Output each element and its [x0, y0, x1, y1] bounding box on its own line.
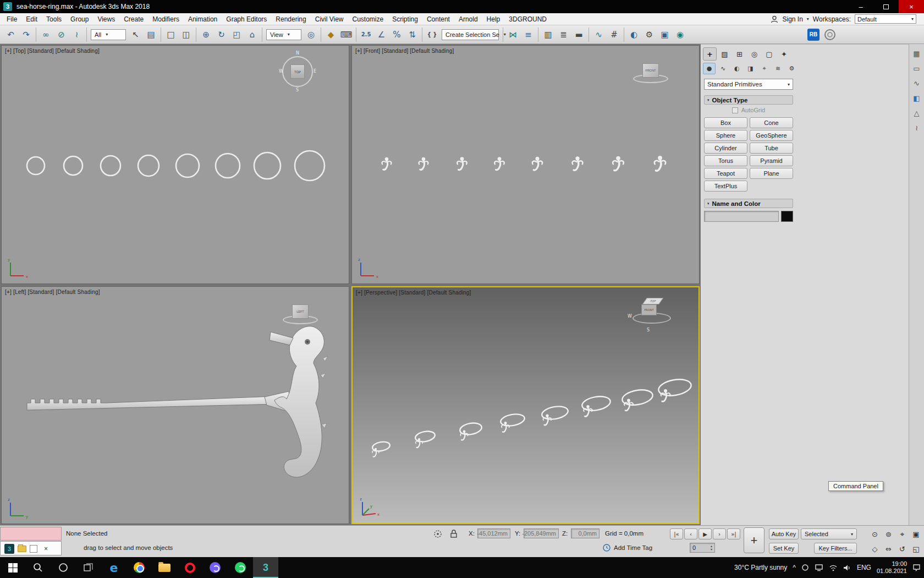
ring-object[interactable] [138, 155, 159, 176]
current-frame-field[interactable]: 0 ▴ ▾ [690, 543, 715, 553]
frame-spinner[interactable]: ▴ ▾ [711, 544, 712, 551]
viber-button[interactable] [202, 557, 228, 578]
layer-explorer-icon[interactable]: ≣ [556, 27, 571, 42]
select-and-link-icon[interactable]: ∞ [38, 27, 53, 42]
select-and-place-icon[interactable]: ⌂ [245, 27, 260, 42]
ribbon-toggle-icon[interactable]: ▬ [571, 27, 586, 42]
viewcube-compass[interactable]: N E S W TOP [278, 52, 317, 91]
seahorse-object[interactable] [382, 157, 392, 170]
reference-coordinate-dropdown[interactable]: View ▾ [266, 29, 301, 40]
ring-object[interactable] [176, 154, 199, 177]
close-button[interactable]: × [899, 0, 924, 13]
menu-tools[interactable]: Tools [42, 13, 66, 25]
mirror-icon[interactable]: ⋈ [505, 27, 520, 42]
menu-3dground[interactable]: 3DGROUND [504, 13, 551, 25]
cube-tool-icon[interactable]: ◧ [913, 94, 920, 102]
tab-motion-icon[interactable]: ◎ [747, 47, 761, 61]
menu-content[interactable]: Content [422, 13, 454, 25]
spline-tool-icon[interactable]: ∿ [914, 79, 920, 88]
cortana-button[interactable] [51, 557, 76, 578]
z-coordinate-field[interactable]: 0,0mm [571, 528, 600, 538]
schematic-view-icon[interactable]: # [607, 27, 622, 42]
named-selection-sets-icon[interactable]: { } [425, 27, 439, 42]
pan-icon[interactable]: ⇔ [882, 542, 895, 557]
seahorse-object[interactable] [654, 156, 666, 171]
teapot-button[interactable]: Teapot [704, 168, 747, 179]
rollout-name-and-color[interactable]: ▾ Name and Color [704, 199, 793, 208]
seahorse-object[interactable] [457, 157, 467, 170]
selection-filter-dropdown[interactable]: All ▾ [91, 29, 126, 40]
material-editor-icon[interactable]: ◐ [626, 27, 641, 42]
menu-arnold[interactable]: Arnold [454, 13, 482, 25]
edge-button[interactable]: e [101, 557, 127, 578]
curve-editor-icon[interactable]: ∿ [591, 27, 606, 42]
object-color-swatch[interactable] [781, 211, 793, 222]
menu-modifiers[interactable]: Modifiers [148, 13, 184, 25]
select-and-move-icon[interactable]: ⊕ [199, 27, 213, 42]
close-mini-icon[interactable]: × [44, 545, 48, 553]
plugin-ring-icon[interactable] [824, 29, 835, 40]
sign-in-link[interactable]: Sign In [782, 15, 802, 23]
spinner-down-icon[interactable]: ▾ [711, 548, 712, 551]
seahorse-object[interactable] [419, 157, 428, 170]
workspaces-select[interactable]: Default ▾ [855, 14, 916, 24]
angle-snap-icon[interactable]: ∠ [374, 27, 389, 42]
max-mini-icon[interactable]: 3 [4, 544, 14, 554]
sphere-button[interactable]: Sphere [704, 130, 747, 141]
viewcube[interactable]: FRONT [632, 59, 670, 88]
textplus-button[interactable]: TextPlus [704, 181, 747, 192]
ring-object[interactable] [621, 388, 654, 407]
volume-icon[interactable] [843, 564, 851, 571]
category-lights-icon[interactable]: ◐ [730, 63, 743, 74]
plane-button[interactable]: Plane [750, 168, 793, 179]
undo-icon[interactable]: ↶ [3, 27, 18, 42]
viewport-front[interactable]: [+] [Front] [Standard] [Default Shading]… [351, 45, 700, 284]
autogrid-checkbox[interactable] [732, 107, 738, 113]
seahorse-body[interactable] [274, 326, 324, 477]
primitive-category-dropdown[interactable]: Standard Primitives ▾ [704, 79, 793, 90]
menu-help[interactable]: Help [482, 13, 505, 25]
render-setup-icon[interactable]: ⚙ [642, 27, 657, 42]
viewcube-3d[interactable]: TOP FRONT W S [630, 294, 674, 330]
select-and-scale-icon[interactable]: ◰ [229, 27, 244, 42]
snaps-toggle-icon[interactable]: 2.5 [359, 27, 373, 42]
menu-create[interactable]: Create [119, 13, 148, 25]
grid-icon[interactable]: ▦ [913, 50, 920, 58]
redo-icon[interactable]: ↷ [19, 27, 34, 42]
viewport-left[interactable]: [+] [Left] [Standard] [Default Shading] … [1, 286, 349, 524]
keyboard-override-icon[interactable]: ⌨ [339, 27, 354, 42]
language-indicator[interactable]: ENG [857, 564, 871, 571]
select-and-rotate-icon[interactable]: ↻ [214, 27, 229, 42]
key-selection-dropdown[interactable]: Selected ▾ [801, 528, 857, 539]
sign-in-caret-icon[interactable]: ▾ [807, 17, 809, 21]
rectangle-tool-icon[interactable]: ▭ [913, 64, 920, 73]
cylinder-button[interactable]: Cylinder [704, 143, 747, 154]
viewcube-top-face[interactable]: TOP [642, 298, 663, 304]
cone-button[interactable]: Cone [750, 117, 793, 128]
tab-create-icon[interactable]: + [703, 47, 717, 61]
zoom-extents-all-icon[interactable]: ▣ [909, 527, 923, 542]
maxscript-mini-listener-macro[interactable] [0, 527, 62, 541]
menu-file[interactable]: File [2, 13, 21, 25]
seahorse-object[interactable] [613, 156, 624, 171]
seahorse-object[interactable] [494, 157, 504, 170]
go-to-end-button[interactable]: »| [727, 528, 740, 539]
ring-object[interactable] [216, 154, 240, 178]
ring-object[interactable] [295, 151, 324, 181]
cone-tool-icon[interactable]: △ [914, 109, 920, 117]
menu-group[interactable]: Group [66, 13, 93, 25]
viewcube-top-face[interactable]: TOP [290, 64, 305, 79]
seahorse-object[interactable] [573, 156, 583, 170]
ring-object[interactable] [657, 377, 692, 398]
menu-civil-view[interactable]: Civil View [311, 13, 348, 25]
task-view-button[interactable] [76, 557, 101, 578]
add-time-tag[interactable]: Add Time Tag [614, 544, 652, 551]
previous-frame-button[interactable]: ‹ [684, 528, 697, 539]
spinner-snap-icon[interactable]: ⇅ [405, 27, 420, 42]
menu-graph-editors[interactable]: Graph Editors [222, 13, 271, 25]
time-tag-clock-icon[interactable] [603, 544, 611, 552]
window-mini-icon[interactable] [30, 545, 37, 553]
menu-views[interactable]: Views [93, 13, 119, 25]
minimize-button[interactable]: – [848, 0, 873, 13]
whatsapp-button[interactable] [228, 557, 253, 578]
